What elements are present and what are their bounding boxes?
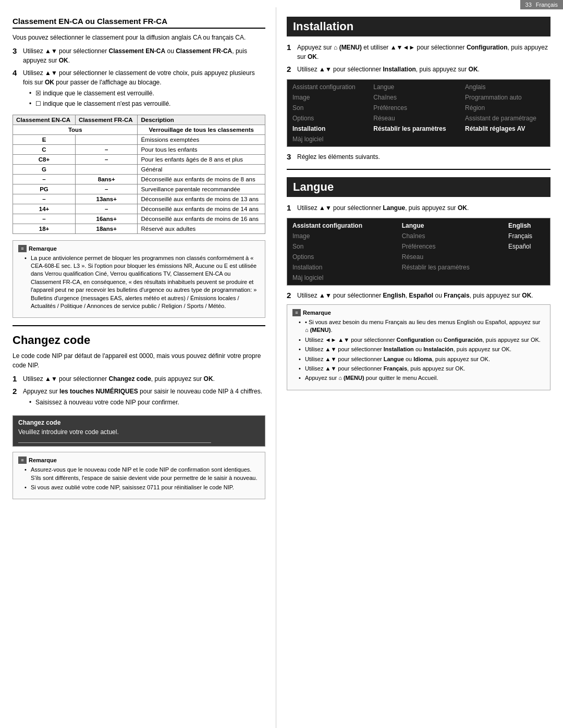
install-step2-text: Utilisez ▲▼ pour sélectionner Installati… [297, 65, 550, 74]
langue-step1-num: 1 [287, 203, 295, 212]
langue-menu: Assistant configuration Langue English I… [287, 218, 550, 286]
table-header-desc: Description [138, 115, 265, 125]
classement-intro: Vous pouvez sélectionner le classement p… [13, 33, 265, 42]
step3-text: Utilisez ▲▼ pour sélectionner Classement… [23, 46, 265, 65]
note-text: La puce antiviolence permet de bloquer l… [25, 254, 260, 311]
changez-step2: 2 Appuyez sur les touches NUMÉRIQUES pou… [13, 387, 265, 410]
changez-step1: 1 Utilisez ▲▼ pour sélectionner Changez … [13, 374, 265, 384]
table-row: C8+ – Pour les enfants âgés de 8 ans et … [13, 154, 265, 164]
menu-row-active: Assistant configuration Langue English [287, 220, 550, 231]
menu-row: Son Préférences Région [287, 103, 550, 113]
changez-code-intro: Le code code NIP par défaut de l'apparei… [13, 351, 265, 370]
install-step2: 2 Utilisez ▲▼ pour sélectionner Installa… [287, 65, 550, 74]
langue-title: Langue [287, 177, 550, 197]
table-row: 14+ – Déconseillé aux enfants de moins d… [13, 204, 265, 214]
table-row: G Général [13, 164, 265, 174]
left-column: Classement EN-CA ou Classement FR-CA Vou… [0, 7, 276, 728]
changez-code-note: ≡ Remarque Assurez-vous que le nouveau c… [13, 452, 265, 499]
note-label3: Remarque [303, 310, 331, 316]
note-label2: Remarque [29, 457, 57, 463]
page-lang: Français [536, 2, 558, 8]
right-column: Installation 1 Appuyez sur ⌂ (MENU) et u… [276, 7, 563, 728]
langue-note-line5: Utilisez ▲▼ pour sélectionner Français, … [299, 365, 545, 373]
section-langue: Langue 1 Utilisez ▲▼ pour sélectionner L… [287, 177, 550, 390]
table-row: – 16ans+ Déconseillé aux enfants de moin… [13, 214, 265, 224]
install-step3-num: 3 [287, 152, 295, 161]
menu-row: Options Réseau Assistant de paramétrage [287, 113, 550, 124]
menu-row: Image Chaînes Français [287, 231, 550, 241]
table-row: C – Pour tous les enfants [13, 144, 265, 154]
step3-num: 3 [13, 46, 21, 55]
changez-step1-text: Utilisez ▲▼ pour sélectionner Changez co… [23, 374, 265, 384]
step4-num: 4 [13, 68, 21, 77]
bullet1: ☒ indique que le classement est verrouil… [29, 89, 265, 98]
page-number-bar: 33 Français [520, 0, 563, 9]
note-bullet1: Assurez-vous que le nouveau code NIP et … [25, 466, 260, 482]
classement-title: Classement EN-CA ou Classement FR-CA [13, 17, 265, 29]
table-row: PG – Surveillance parentale recommandée [13, 184, 265, 194]
note-icon2: ≡ [18, 456, 27, 464]
langue-note-line1: • Si vous avez besoin du menu Français a… [299, 318, 545, 335]
install-step1: 1 Appuyez sur ⌂ (MENU) et utiliser ▲▼◄► … [287, 43, 550, 61]
table-header-enca: Classement EN-CA [13, 115, 76, 125]
bullet2: ☐ indique que le classement n'est pas ve… [29, 100, 265, 108]
section-classement: Classement EN-CA ou Classement FR-CA Vou… [13, 17, 265, 318]
langue-step2: 2 Utilisez ▲▼ pour sélectionner English,… [287, 291, 550, 300]
menu-row: Image Chaînes Programmation auto [287, 92, 550, 103]
install-step2-num: 2 [287, 65, 295, 73]
installation-menu: Assistant configuration Langue Anglais I… [287, 79, 550, 147]
changez-step2-num: 2 [13, 387, 21, 396]
changez-step1-num: 1 [13, 374, 21, 383]
langue-note-line6: Appuyez sur ⌂ (MENU) pour quitter le men… [299, 374, 545, 382]
page-number: 33 [525, 2, 532, 8]
menu-row: Options Réseau [287, 252, 550, 262]
langue-note-line2: Utilisez ◄► ▲▼ pour sélectionner Configu… [299, 336, 545, 344]
install-step3-text: Réglez les éléments suivants. [297, 152, 550, 162]
langue-step2-num: 2 [287, 291, 295, 300]
langue-step1-text: Utilisez ▲▼ pour sélectionner Langue, pu… [297, 203, 550, 213]
table-row: Tous Verrouillage de tous les classement… [13, 125, 265, 134]
langue-step1: 1 Utilisez ▲▼ pour sélectionner Langue, … [287, 203, 550, 213]
langue-note-line3: Utilisez ▲▼ pour sélectionner Installati… [299, 346, 545, 353]
step3: 3 Utilisez ▲▼ pour sélectionner Classeme… [13, 46, 265, 65]
langue-note: ≡ Remarque • Si vous avez besoin du menu… [287, 304, 550, 390]
install-step3: 3 Réglez les éléments suivants. [287, 152, 550, 162]
menu-row-active: Installation Réstablir les paramètres Ré… [287, 124, 550, 134]
table-row: – 8ans+ Déconseillé aux enfants de moins… [13, 174, 265, 184]
table-row: E Émissions exemptées [13, 134, 265, 144]
menu-row: Assistant configuration Langue Anglais [287, 82, 550, 92]
code-box-prompt: Veuillez introduire votre code actuel. [18, 428, 260, 436]
table-row: 18+ 18ans+ Réservé aux adultes [13, 224, 265, 233]
note-icon3: ≡ [292, 309, 301, 316]
note-label: Remarque [29, 245, 57, 252]
changez-step2-text: Appuyez sur les touches NUMÉRIQUES pour … [23, 387, 265, 410]
note-bullet2: Si vous avez oublié votre code NIP, sais… [25, 484, 260, 491]
table-row: – 13ans+ Déconseillé aux enfants de moin… [13, 194, 265, 204]
table-header-frca: Classement FR-CA [76, 115, 138, 125]
menu-row: Màj logiciel [287, 273, 550, 283]
menu-row: Màj logiciel [287, 134, 550, 144]
section-changez-code: Changez code Le code code NIP par défaut… [13, 334, 265, 499]
install-step1-num: 1 [287, 43, 295, 52]
changez-code-title: Changez code [13, 334, 265, 347]
step4-text: Utilisez ▲▼ pour sélectionner le classem… [23, 68, 265, 112]
langue-step2-text: Utilisez ▲▼ pour sélectionner English, E… [297, 291, 550, 300]
menu-row: Son Préférences Español [287, 241, 550, 252]
note-icon: ≡ [18, 245, 27, 252]
code-input-line [18, 439, 211, 443]
classement-note: ≡ Remarque La puce antiviolence permet d… [13, 240, 265, 318]
section-installation: Installation 1 Appuyez sur ⌂ (MENU) et u… [287, 17, 550, 162]
install-step1-text: Appuyez sur ⌂ (MENU) et utiliser ▲▼◄► po… [297, 43, 550, 61]
step4: 4 Utilisez ▲▼ pour sélectionner le class… [13, 68, 265, 112]
code-box-title: Changez code [18, 419, 260, 426]
changez-step2-bullet: Saisissez à nouveau votre code NIP pour … [29, 398, 265, 407]
installation-title: Installation [287, 17, 550, 36]
rating-table: Classement EN-CA Classement FR-CA Descri… [13, 115, 265, 234]
code-box: Changez code Veuillez introduire votre c… [13, 415, 265, 447]
menu-row: Installation Réstablir les paramètres [287, 262, 550, 273]
langue-note-line4: Utilisez ▲▼ pour sélectionner Langue ou … [299, 355, 545, 363]
